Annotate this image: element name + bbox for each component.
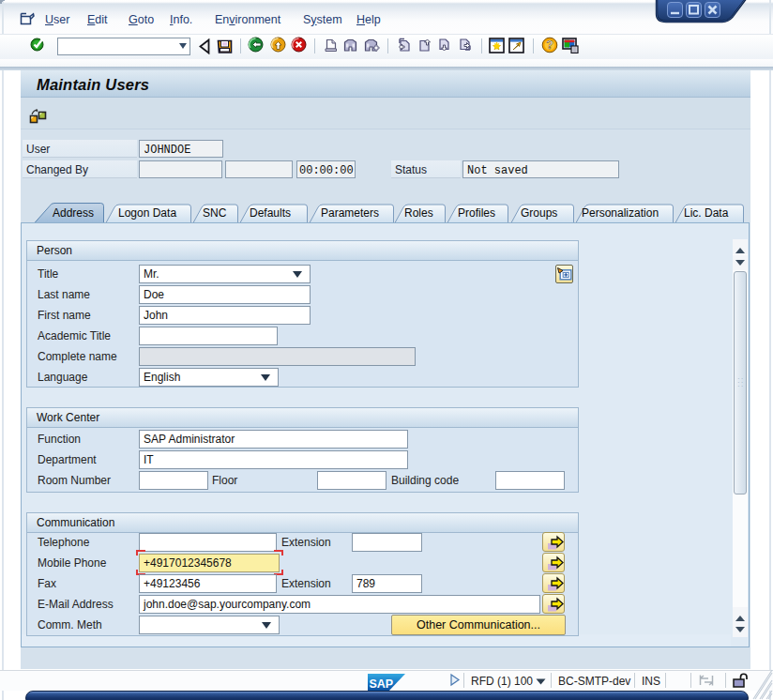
svg-text:?: ? (546, 38, 553, 52)
svg-text:SAP: SAP (370, 677, 394, 691)
